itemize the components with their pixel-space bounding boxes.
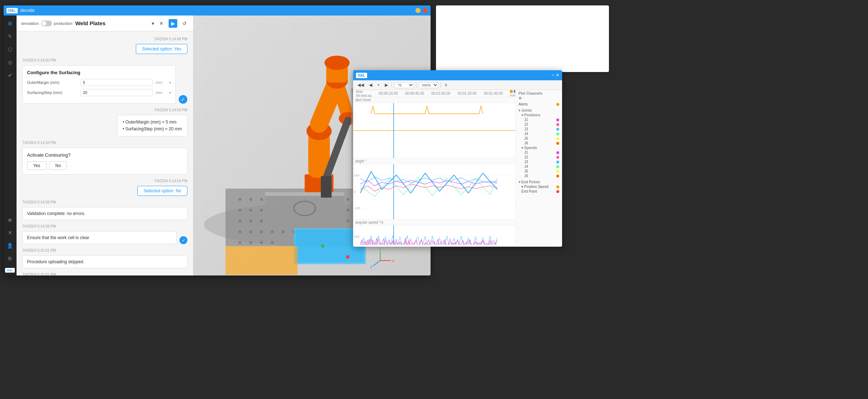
- legend-joints-title: ▾ Joints: [518, 108, 559, 112]
- svg-point-48: [249, 230, 252, 233]
- ts-summary: 7/4/2024 5:14:53 PM: [22, 108, 187, 112]
- legend-plot-channels-title: Plot Channels: [518, 91, 559, 95]
- sidebar-icon-edit[interactable]: ✎: [5, 31, 15, 41]
- workflow-panel: simulation production Weld Plates ▾ ✕ ▶ …: [17, 15, 193, 275]
- sidebar-icon-user[interactable]: 👤: [5, 241, 15, 251]
- question-text-contouring: Activate Contouring?: [27, 152, 183, 158]
- chart-alert-label: alert level: [353, 97, 515, 103]
- timeline-toolbar: ◀◀ ◀ + ▶ °/s mm/s mm/s °/s ≡: [353, 80, 562, 90]
- close-button[interactable]: [423, 8, 428, 13]
- tl-speed-dropdown-1[interactable]: °/s mm/s: [394, 82, 414, 88]
- summary-line-1: • OuterMargin (mm) = 5 mm: [123, 119, 182, 126]
- legend-section-endpoints: ▾ End Points ▾ Position Speed End Point: [518, 180, 559, 193]
- timeline-controls: − ×: [551, 72, 559, 79]
- mode-toggle-switch[interactable]: [41, 21, 52, 26]
- svg-rect-67: [265, 192, 344, 196]
- svg-text:0: 0: [354, 190, 356, 194]
- config-card-title: Configure the Surfacing: [27, 70, 171, 75]
- svg-point-2: [239, 198, 241, 201]
- work-cell-check-icon[interactable]: ✓: [179, 236, 187, 244]
- legend-settings-icon[interactable]: ⚙: [518, 96, 559, 100]
- legend-positions-title: ▾ Positions: [521, 113, 559, 117]
- legend-j3-position: J3: [524, 127, 559, 131]
- legend-end-point: End Point: [521, 189, 559, 193]
- outer-margin-input[interactable]: [80, 79, 153, 86]
- procedure-skip-text: Procedure uploading skipped.: [27, 259, 84, 264]
- time-ruler: time hh:mm:ss 00:00:20.00 00:00:40.00 00…: [353, 90, 515, 97]
- sidebar-icon-hex[interactable]: ⬡: [5, 44, 15, 54]
- tl-speed-dropdown-2[interactable]: mm/s °/s: [419, 82, 439, 88]
- legend-end-point-dot: [556, 190, 559, 193]
- timeline-charts: time hh:mm:ss 00:00:20.00 00:00:40.00 00…: [353, 90, 515, 245]
- chart-angular-speed-label: angular speed °/s: [353, 220, 515, 225]
- svg-point-63: [249, 241, 252, 244]
- outer-margin-unit: mm: [156, 80, 166, 85]
- sidebar-icon-panel[interactable]: ▦: [5, 215, 15, 225]
- legend-j4-spd-label: J4: [524, 165, 528, 169]
- tl-back-button[interactable]: ◀◀: [356, 82, 365, 88]
- time-marker-3: 00:01:00.00: [431, 91, 450, 95]
- selected-yes-btn: Selected option: Yes: [136, 44, 187, 54]
- ts-work-cell: 7/4/2024 5:14:59 PM: [22, 224, 187, 228]
- message-activate-contouring: 7/4/2024 5:14:53 PM Activate Contouring?…: [22, 141, 187, 175]
- timeline-close-button[interactable]: ×: [556, 72, 559, 79]
- surfacing-step-input[interactable]: [80, 89, 153, 96]
- message-validation: 7/4/2024 5:14:58 PM Validation complete:…: [22, 200, 187, 220]
- legend-j2-pos-label: J2: [524, 122, 528, 126]
- svg-point-62: [239, 241, 241, 244]
- production-label: production: [54, 21, 72, 26]
- svg-point-19: [260, 209, 263, 212]
- legend-j6-pos-dot: [556, 142, 559, 145]
- minimize-button[interactable]: [415, 8, 420, 13]
- svg-text:Z: Z: [370, 265, 372, 269]
- config-check-icon[interactable]: ✓: [179, 95, 187, 104]
- ts-procedure-skip: 7/4/2024 5:15:01 PM: [22, 248, 187, 252]
- legend-alerts-label: Alerts: [518, 102, 528, 106]
- tl-separator-2: [416, 82, 417, 88]
- refresh-button[interactable]: ↺: [180, 19, 189, 28]
- chart-angular-speed-plot: 100 0 -100: [353, 225, 515, 245]
- legend-j5-position: J5: [524, 136, 559, 140]
- close-workflow-button[interactable]: ✕: [157, 19, 166, 28]
- sidebar-icon-settings[interactable]: ⚙: [5, 254, 15, 264]
- tl-next-button[interactable]: ▶: [383, 82, 390, 88]
- legend-j1-spd-dot: [556, 151, 559, 154]
- sidebar-icon-target[interactable]: ◎: [5, 57, 15, 67]
- surfacing-step-dropdown-icon[interactable]: ▾: [169, 91, 171, 95]
- bubble-selected-no: Selected option: No: [137, 186, 187, 196]
- legend-j1-pos-label: J1: [524, 118, 528, 122]
- validation-text: Validation complete: no errors.: [27, 211, 85, 216]
- svg-point-34: [260, 220, 263, 223]
- dropdown-arrow-icon[interactable]: ▾: [152, 21, 154, 26]
- legend-j3-speed: J3: [524, 160, 559, 164]
- timeline-body: time hh:mm:ss 00:00:20.00 00:00:40.00 00…: [353, 90, 562, 245]
- no-button[interactable]: No: [49, 161, 67, 170]
- outer-margin-dropdown-icon[interactable]: ▾: [169, 81, 171, 85]
- workflow-title: Weld Plates: [75, 20, 149, 26]
- yes-button[interactable]: Yes: [27, 161, 46, 170]
- ts-validation: 7/4/2024 5:14:58 PM: [22, 200, 187, 204]
- sidebar-icon-home[interactable]: ⊞: [5, 18, 15, 28]
- legend-j2-position: J2: [524, 122, 559, 126]
- play-button[interactable]: ▶: [169, 19, 177, 28]
- tl-prev-button[interactable]: ◀: [368, 82, 374, 88]
- tl-add-button[interactable]: +: [376, 82, 381, 88]
- chart-area: time hh:mm:ss 00:00:20.00 00:00:40.00 00…: [353, 90, 515, 245]
- message-procedure-skip: 7/4/2024 5:15:01 PM Procedure uploading …: [22, 248, 187, 268]
- svg-point-42: [346, 220, 349, 223]
- legend-endpoints-items: ▾ Position Speed End Point: [518, 185, 559, 193]
- timeline-minimize-button[interactable]: −: [551, 72, 554, 79]
- legend-alerts-item: Alerts: [518, 102, 559, 106]
- surfacing-step-label: SurfacingStep (mm): [27, 90, 77, 95]
- svg-point-83: [324, 55, 350, 70]
- sidebar-icon-close[interactable]: ✕: [5, 228, 15, 238]
- svg-point-33: [249, 220, 252, 223]
- chart-angular-speed-svg: 100 0 -100: [353, 225, 515, 245]
- legend-j1-spd-label: J1: [524, 151, 528, 154]
- legend-j1-speed: J1: [524, 151, 559, 154]
- svg-point-47: [239, 230, 241, 233]
- sidebar-icon-check[interactable]: ✔: [5, 70, 15, 80]
- workflow-content: 7/4/2024 5:14:49 PM Selected option: Yes…: [17, 31, 193, 275]
- tl-menu-button[interactable]: ≡: [443, 82, 449, 88]
- svg-point-3: [249, 198, 252, 201]
